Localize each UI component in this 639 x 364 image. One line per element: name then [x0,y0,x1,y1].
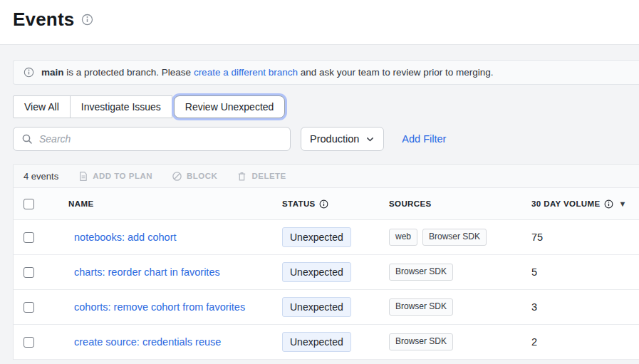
row-checkbox[interactable] [24,337,34,348]
status-badge: Unexpected [282,332,351,352]
add-to-plan-icon [78,171,88,182]
search-box[interactable] [13,127,291,151]
sources-cell: Browser SDK [389,333,531,350]
row-checkbox[interactable] [24,232,34,243]
tab-view-all[interactable]: View All [13,95,71,118]
table-row: charts: reorder chart in favorites Unexp… [14,255,639,290]
source-chip: web [389,229,417,245]
view-tabs: View All Investigate Issues Review Unexp… [13,95,639,118]
protected-branch-banner: main is a protected branch. Please creat… [13,60,639,85]
event-name-link[interactable]: notebooks: add cohort [68,232,177,243]
search-input[interactable] [39,133,282,145]
table-row: notebooks: add cohort Unexpected web Bro… [14,220,639,255]
event-name-link[interactable]: charts: reorder chart in favorites [68,266,220,278]
search-icon [21,133,33,145]
info-icon[interactable] [319,199,328,209]
tab-review-unexpected[interactable]: Review Unexpected [174,95,286,118]
block-button[interactable]: BLOCK [172,171,217,182]
sort-caret-icon[interactable]: ▼ [619,199,627,208]
column-header-volume[interactable]: 30 DAY VOLUME ▼ [531,199,639,209]
branch-name: main [41,67,64,78]
volume-value: 75 [531,232,639,243]
status-badge: Unexpected [282,297,351,317]
row-checkbox[interactable] [24,267,34,278]
table-header-row: NAME STATUS SOURCES 30 DAY VOLUME ▼ [14,188,639,220]
source-chip: Browser SDK [389,264,453,280]
volume-value: 5 [531,266,639,278]
environment-value: Production [310,133,359,145]
events-table: 4 events ADD TO PLAN BLOCK DELETE NAME S… [13,164,639,360]
banner-text: main is a protected branch. Please creat… [41,67,494,78]
column-header-name: NAME [68,199,282,208]
info-icon [24,67,34,78]
source-chip: Browser SDK [422,229,487,245]
page-content: main is a protected branch. Please creat… [0,45,639,364]
environment-dropdown[interactable]: Production [301,127,384,151]
app-header: Events [0,0,639,45]
sources-cell: web Browser SDK [389,229,531,245]
info-icon[interactable] [81,14,93,26]
source-chip: Browser SDK [389,333,453,350]
add-to-plan-button[interactable]: ADD TO PLAN [78,171,152,182]
chevron-down-icon [365,135,375,144]
info-icon[interactable] [604,199,613,209]
tab-investigate-issues[interactable]: Investigate Issues [70,95,172,118]
add-filter-button[interactable]: Add Filter [402,133,446,145]
select-all-checkbox[interactable] [24,199,34,209]
event-count: 4 events [24,171,58,182]
column-header-sources: SOURCES [389,199,531,208]
page-title: Events [13,9,74,31]
bulk-action-bar: 4 events ADD TO PLAN BLOCK DELETE [14,165,639,188]
sources-cell: Browser SDK [389,264,531,280]
event-name-link[interactable]: cohorts: remove cohort from favorites [68,301,245,313]
table-row: create source: credentials reuse Unexpec… [14,325,639,360]
table-row: cohorts: remove cohort from favorites Un… [14,290,639,325]
event-name-link[interactable]: create source: credentials reuse [68,336,221,348]
sources-cell: Browser SDK [389,298,531,315]
column-header-status: STATUS [282,199,389,209]
status-badge: Unexpected [282,262,351,282]
volume-value: 3 [531,301,639,313]
delete-icon [237,171,247,182]
filter-row: Production Add Filter [13,127,639,151]
create-branch-link[interactable]: create a different branch [194,67,298,78]
status-badge: Unexpected [282,227,351,247]
source-chip: Browser SDK [389,298,453,315]
volume-value: 2 [531,336,639,348]
block-icon [172,171,182,182]
row-checkbox[interactable] [24,302,34,313]
delete-button[interactable]: DELETE [237,171,286,182]
